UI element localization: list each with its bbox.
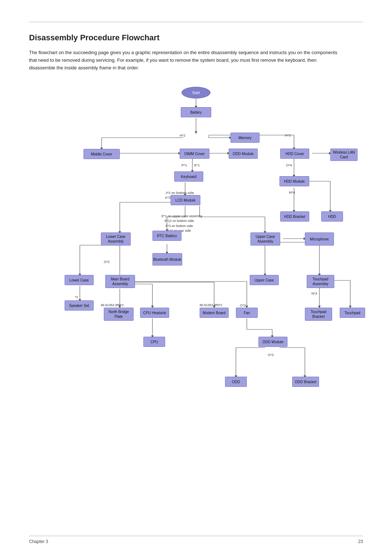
node-hdd: HDD (321, 211, 343, 222)
node-bluetooth: Bluetooth Module (152, 253, 182, 266)
node-hdd-cover: HDD Cover (280, 149, 309, 159)
page-title: Disassembly Procedure Flowchart (29, 33, 363, 42)
flowchart-container: Start Battery H*2 H*3 Memory Middle Cove… (33, 82, 359, 489)
label-p1: P*1 (181, 163, 187, 167)
node-hdd-bracket: HDD Bracket (280, 211, 309, 222)
node-cpu: CPU (143, 337, 165, 347)
label-h2: H*2 (180, 133, 185, 137)
footer-page: 23 (358, 539, 363, 544)
node-battery: Battery (181, 107, 211, 117)
label-86-left: 86.9A353.3R0*2 (101, 303, 123, 307)
node-lower-case: Lower Case (65, 275, 94, 285)
node-lcd-module: LCD Module (171, 195, 200, 205)
label-star2: *2 (75, 295, 78, 299)
node-touchpad-asm: Touchpad Assembly (307, 275, 334, 288)
label-o2-right: O*2 (240, 303, 246, 307)
node-odd-module-top: ODD Module (229, 149, 258, 159)
node-keyboard: Keyboard (174, 171, 203, 182)
label-g2: G*2 (268, 353, 274, 357)
footer-chapter: Chapter 3 (29, 539, 48, 544)
label-m4: M*4 (289, 190, 295, 194)
label-o2-lower: O*2 (104, 260, 110, 264)
node-speaker-set: Speaker Set (65, 300, 94, 311)
node-main-board-asm: Main Board Assembly (105, 275, 135, 288)
footer: Chapter 3 23 (29, 536, 363, 544)
node-rtc-battery: RTC Battery (152, 231, 181, 241)
node-odd-module-bottom: ODD Module (258, 337, 287, 347)
node-hdd-module: HDD Module (279, 176, 309, 186)
top-divider (29, 22, 363, 22)
label-o4: O*4 (286, 163, 292, 167)
node-odd-bracket: ODD Bracket (292, 377, 319, 387)
node-middle-cover: Middle Cover (83, 149, 120, 159)
node-memory: Memory (230, 133, 260, 143)
node-modem-board: Modem Board (200, 308, 229, 318)
page-container: Disassembly Procedure Flowchart The flow… (0, 0, 392, 518)
node-touchpad: Touchpad (340, 308, 365, 318)
node-upper-case-asm: Upper Case Assembly (250, 232, 280, 246)
node-dimm-cover: DIMM Cover (180, 149, 209, 159)
node-wireless-lan: Wireless LAN Card (330, 149, 358, 161)
node-touchpad-bracket: Touchpad Bracket (305, 308, 332, 321)
label-h3: H*3 (285, 133, 291, 137)
label-n3: N*3 (311, 291, 317, 295)
node-odd: ODD (225, 377, 247, 387)
label-86-right: 86.9A353.3R0*2 (200, 303, 222, 307)
node-cpu-heatsink: CPU Heatsink (140, 308, 169, 318)
node-upper-case: Upper Case (250, 275, 279, 285)
description: The flowchart on the succeeding page giv… (29, 49, 341, 72)
node-microphone: Microphone (305, 232, 334, 246)
node-north-bridge-plate: North Bridge Plate (104, 308, 134, 321)
node-lower-case-asm: Lower Case Assembly (101, 232, 131, 246)
label-e1: E*1 (194, 163, 200, 167)
node-fan: Fan (236, 308, 258, 318)
